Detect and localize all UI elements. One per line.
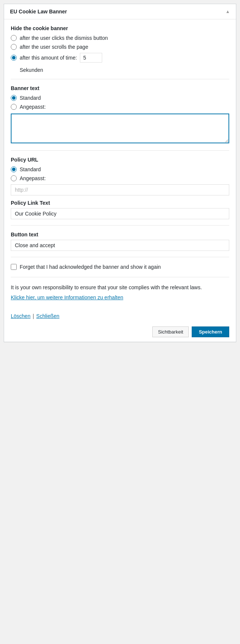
bt-custom-label: Angepasst:: [20, 104, 46, 110]
widget-footer: Sichtbarkeit Speichern: [4, 323, 236, 342]
forget-row: Forget that I had acknowledged the banne…: [11, 263, 229, 271]
button-text-section: Button text: [11, 232, 229, 257]
option-scroll-item[interactable]: after the user scrolls the page: [11, 44, 229, 50]
option-dismiss-label: after the user clicks the dismiss button: [20, 35, 108, 41]
option-scroll-radio[interactable]: [11, 44, 17, 50]
policy-url-options: Standard Angepasst:: [11, 166, 229, 181]
save-button[interactable]: Speichern: [192, 326, 229, 337]
close-link[interactable]: Schließen: [36, 313, 59, 319]
option-time-radio[interactable]: [11, 55, 17, 61]
policy-url-input[interactable]: [11, 184, 229, 195]
option-dismiss-item[interactable]: after the user clicks the dismiss button: [11, 35, 229, 41]
pu-standard-radio[interactable]: [11, 166, 17, 172]
delete-link[interactable]: Löschen: [11, 313, 30, 319]
option-dismiss-radio[interactable]: [11, 35, 17, 41]
banner-text-options: Standard Angepasst:: [11, 95, 229, 110]
policy-link-text-input[interactable]: [11, 208, 229, 219]
banner-text-title: Banner text: [11, 85, 229, 91]
widget-header[interactable]: EU Cookie Law Banner ▲: [4, 4, 236, 19]
pu-custom-label: Angepasst:: [20, 175, 46, 181]
option-scroll-label: after the user scrolls the page: [20, 44, 88, 50]
sekunden-label: Sekunden: [20, 67, 229, 73]
widget-body: Hide the cookie banner after the user cl…: [4, 19, 236, 309]
button-text-label: Button text: [11, 232, 229, 237]
hide-banner-options: after the user clicks the dismiss button…: [11, 35, 229, 73]
bt-custom-radio[interactable]: [11, 104, 17, 110]
bt-standard-label: Standard: [20, 95, 41, 101]
visibility-button[interactable]: Sichtbarkeit: [152, 326, 189, 337]
option-time-row: after this amount of time:: [11, 53, 229, 63]
banner-text-textarea[interactable]: [11, 114, 229, 143]
forget-checkbox[interactable]: [11, 264, 17, 270]
collapse-arrow-icon: ▲: [226, 9, 230, 14]
pu-standard-item[interactable]: Standard: [11, 166, 229, 172]
pu-standard-label: Standard: [20, 166, 41, 172]
footer-links: Löschen | Schließen: [4, 309, 236, 323]
hide-banner-title: Hide the cookie banner: [11, 25, 229, 31]
policy-url-title: Policy URL: [11, 157, 229, 163]
pu-custom-item[interactable]: Angepasst:: [11, 175, 229, 181]
info-link[interactable]: Klicke hier, um weitere Informationen zu…: [11, 294, 123, 300]
info-text: It is your own responsibility to ensure …: [11, 283, 229, 291]
bt-standard-radio[interactable]: [11, 95, 17, 101]
time-row-inner: after this amount of time:: [11, 53, 102, 63]
info-section: It is your own responsibility to ensure …: [11, 283, 229, 306]
eu-cookie-widget: EU Cookie Law Banner ▲ Hide the cookie b…: [4, 4, 236, 342]
policy-url-section: Policy URL Standard Angepasst: Policy Li…: [11, 157, 229, 226]
widget-title: EU Cookie Law Banner: [10, 9, 67, 15]
option-time-label: after this amount of time:: [20, 55, 77, 61]
bt-standard-item[interactable]: Standard: [11, 95, 229, 101]
hide-banner-section: Hide the cookie banner after the user cl…: [11, 25, 229, 79]
pu-custom-radio[interactable]: [11, 175, 17, 181]
forget-section: Forget that I had acknowledged the banne…: [11, 263, 229, 277]
forget-label: Forget that I had acknowledged the banne…: [20, 263, 161, 271]
button-text-input[interactable]: [11, 240, 229, 251]
time-value-input[interactable]: [80, 53, 102, 63]
banner-text-section: Banner text Standard Angepasst:: [11, 85, 229, 151]
policy-link-text-label: Policy Link Text: [11, 200, 229, 206]
bt-custom-item[interactable]: Angepasst:: [11, 104, 229, 110]
footer-separator: |: [33, 313, 34, 319]
